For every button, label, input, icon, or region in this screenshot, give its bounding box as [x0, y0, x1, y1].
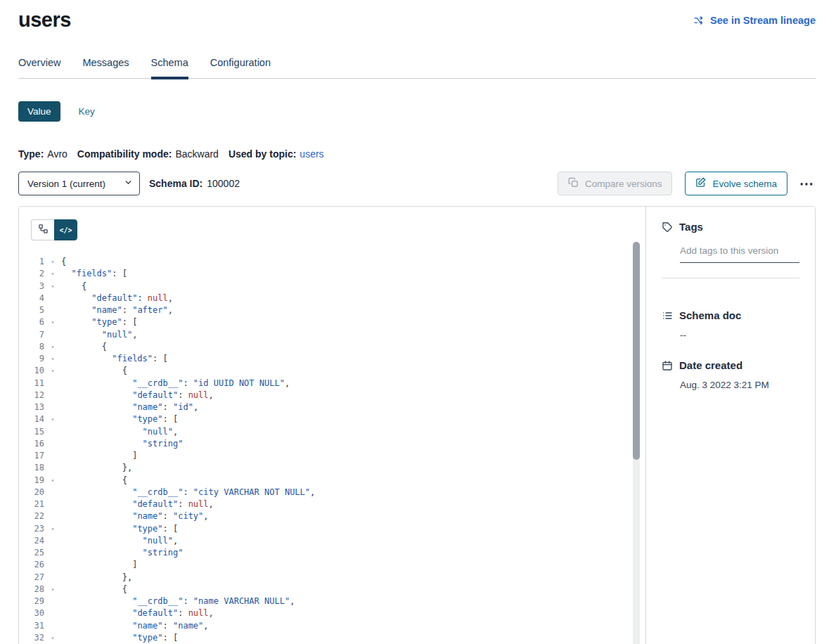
code-line: 11 "__crdb__": "id UUID NOT NULL",	[19, 378, 645, 389]
list-icon	[662, 310, 673, 321]
code-line: 21 "default": null,	[19, 498, 645, 510]
code-line: 29 "__crdb__": "name VARCHAR NULL",	[19, 595, 645, 607]
code-line: 15 "null",	[19, 426, 645, 438]
code-line: 1▾{	[19, 256, 645, 268]
code-line: 7 "null",	[19, 329, 645, 341]
evolve-schema-icon	[695, 177, 706, 190]
code-line: 31 "name": "name",	[19, 620, 645, 632]
stream-lineage-label: See in Stream lineage	[710, 15, 816, 26]
page-title: users	[18, 8, 71, 32]
tab-overview[interactable]: Overview	[18, 57, 60, 68]
code-line: 17 ]	[19, 450, 645, 462]
tags-title: Tags	[679, 221, 703, 233]
schema-meta-row: Type: Avro Compatibility mode: Backward …	[18, 148, 816, 160]
code-line: 9▾ "fields": [	[19, 353, 645, 365]
schema-controls-row: Version 1 (current) Schema ID: 100002 Co…	[18, 172, 816, 195]
date-created-value: Aug. 3 2022 3:21 PM	[680, 380, 799, 390]
tab-bar: Overview Messages Schema Configuration	[18, 57, 816, 79]
tab-schema[interactable]: Schema	[151, 57, 188, 68]
code-line: 22 "name": "city",	[19, 510, 645, 522]
version-select-value: Version 1 (current)	[27, 179, 105, 189]
schema-editor: </> 1▾{2▾ "fields": [3▾ {4 "default": nu…	[19, 207, 646, 644]
code-line: 8▾ {	[19, 341, 645, 353]
editor-view-toggle: </>	[31, 219, 77, 240]
schema-id: Schema ID: 100002	[149, 178, 240, 189]
stream-lineage-icon	[693, 15, 705, 26]
meta-topic: Used by topic: users	[229, 148, 324, 160]
meta-type-value: Avro	[47, 148, 67, 160]
tree-view-icon	[38, 224, 49, 237]
code-line: 4 "default": null,	[19, 292, 645, 304]
page: users See in Stream lineage Overview Mes…	[0, 0, 836, 644]
code-view-button[interactable]: </>	[54, 219, 77, 240]
editor-scrollbar[interactable]	[633, 242, 640, 644]
more-options-button[interactable]: ⋯	[798, 174, 816, 193]
stream-lineage-link[interactable]: See in Stream lineage	[693, 15, 816, 26]
sidebar-divider	[662, 278, 799, 278]
schema-doc-title: Schema doc	[679, 309, 741, 321]
code-line: 32▾ "type": [	[19, 632, 645, 644]
schema-doc-value: --	[680, 330, 799, 340]
code-line: 18 },	[19, 462, 645, 474]
evolve-schema-button[interactable]: Evolve schema	[685, 172, 787, 195]
code-line: 6▾ "type": [	[19, 316, 645, 328]
tab-messages[interactable]: Messages	[82, 57, 129, 68]
meta-compatibility-value: Backward	[175, 148, 218, 160]
code-line: 14▾ "type": [	[19, 413, 645, 425]
date-created-section: Date created Aug. 3 2022 3:21 PM	[662, 359, 799, 390]
tab-configuration[interactable]: Configuration	[210, 57, 271, 68]
code-lines: 1▾{2▾ "fields": [3▾ {4 "default": null,5…	[19, 256, 645, 644]
value-key-toggle: Value Key	[18, 101, 816, 122]
tree-view-button[interactable]	[31, 219, 54, 240]
schema-id-value: 100002	[207, 178, 240, 189]
code-line: 27 },	[19, 572, 645, 584]
schema-panel: </> 1▾{2▾ "fields": [3▾ {4 "default": nu…	[18, 206, 816, 644]
tag-icon	[662, 221, 673, 233]
topic-link[interactable]: users	[300, 148, 323, 160]
meta-compatibility: Compatibility mode: Backward	[77, 148, 219, 160]
code-line: 16 "string"	[19, 438, 645, 450]
chevron-down-icon	[124, 178, 133, 189]
scrollbar-thumb[interactable]	[633, 242, 640, 460]
code-line: 23▾ "type": [	[19, 523, 645, 535]
code-line: 24 "null",	[19, 535, 645, 547]
code-line: 10▾ {	[19, 365, 645, 377]
compare-versions-button[interactable]: Compare versions	[558, 172, 673, 195]
value-toggle-button[interactable]: Value	[18, 101, 60, 122]
code-line: 30 "default": null,	[19, 607, 645, 619]
meta-type-label: Type:	[18, 148, 44, 160]
header: users See in Stream lineage	[18, 0, 816, 32]
meta-compatibility-label: Compatibility mode:	[77, 148, 172, 160]
code-line: 19▾ {	[19, 475, 645, 487]
compare-versions-icon	[568, 177, 579, 190]
tags-heading: Tags	[662, 221, 799, 233]
date-created-heading: Date created	[662, 359, 799, 371]
key-toggle-button[interactable]: Key	[79, 106, 95, 117]
version-select[interactable]: Version 1 (current)	[18, 172, 140, 195]
code-line: 28▾ {	[19, 584, 645, 595]
code-line: 13 "name": "id",	[19, 401, 645, 413]
schema-sidebar: Tags Schema doc --	[646, 207, 815, 644]
code-view-icon: </>	[59, 226, 72, 234]
code-line: 20 "__crdb__": "city VARCHAR NOT NULL",	[19, 487, 645, 498]
code-line: 2▾ "fields": [	[19, 268, 645, 280]
meta-topic-label: Used by topic:	[229, 148, 296, 160]
code-line: 5 "name": "after",	[19, 304, 645, 316]
code-line: 12 "default": null,	[19, 389, 645, 401]
calendar-icon	[662, 360, 673, 371]
code-line: 3▾ {	[19, 281, 645, 292]
schema-doc-section: Schema doc --	[662, 309, 799, 340]
schema-doc-heading: Schema doc	[662, 309, 799, 321]
code-line: 26 ]	[19, 559, 645, 571]
evolve-schema-label: Evolve schema	[712, 179, 777, 189]
code-line: 25 "string"	[19, 547, 645, 559]
compare-versions-label: Compare versions	[585, 179, 662, 189]
tags-input[interactable]	[680, 243, 799, 263]
schema-id-label: Schema ID:	[149, 178, 202, 189]
date-created-title: Date created	[679, 359, 742, 371]
meta-type: Type: Avro	[18, 148, 67, 160]
